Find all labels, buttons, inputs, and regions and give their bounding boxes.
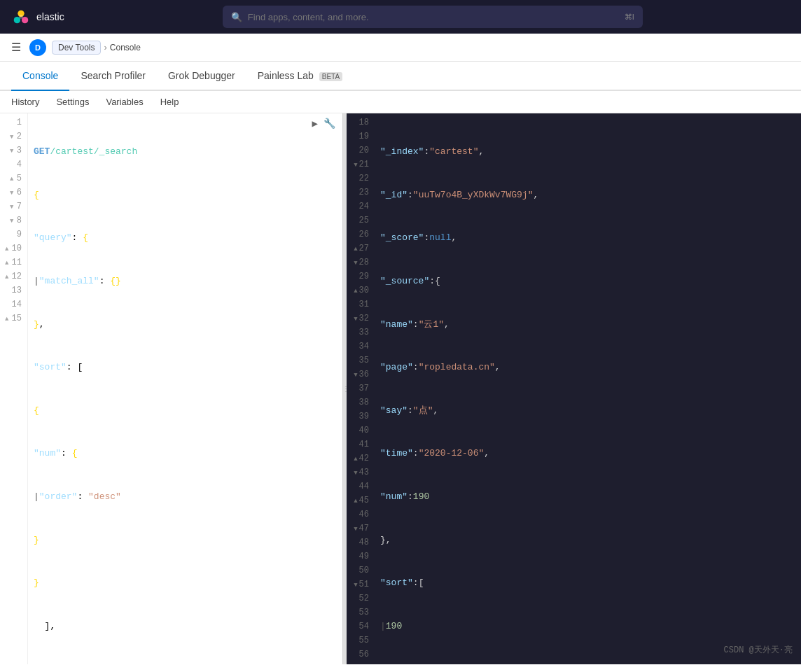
line-num-11: ▲11 <box>3 256 22 270</box>
out-num-18: 18 <box>349 116 369 130</box>
out-line-30: ] <box>380 663 795 664</box>
out-line-20: "_score": null, <box>380 232 795 246</box>
out-line-22: "name": "云1", <box>380 318 795 332</box>
watermark: CSDN @天外天·亮 <box>724 644 793 656</box>
out-line-24: "say": "点", <box>380 404 795 418</box>
line-num-12: ▲12 <box>3 270 22 284</box>
editor-content[interactable]: 1 ▼2 ▼3 4 ▲5 ▼6 ▼7 ▼8 9 ▲10 ▲11 ▲12 13 1… <box>0 113 342 664</box>
main-area: ▶ 🔧 1 ▼2 ▼3 4 ▲5 ▼6 ▼7 ▼8 9 ▲10 ▲11 ▲12 … <box>0 113 801 664</box>
global-search-bar[interactable]: 🔍 ⌘I <box>223 6 643 28</box>
out-line-28: "sort": [ <box>380 577 795 591</box>
wrench-icon[interactable]: 🔧 <box>322 116 337 131</box>
out-num-57: ▲57 <box>349 662 369 664</box>
tab-search-profiler[interactable]: Search Profiler <box>69 62 157 91</box>
code-line-7: { <box>34 404 337 418</box>
global-search-input[interactable] <box>248 12 619 22</box>
out-num-56: 56 <box>349 648 369 662</box>
out-line-25: "time": "2020-12-06", <box>380 447 795 461</box>
out-num-48: 48 <box>349 536 369 550</box>
out-num-34: 34 <box>349 340 369 354</box>
out-line-21: "_source": { <box>380 274 795 288</box>
elastic-logo: elastic <box>11 7 64 27</box>
breadcrumb-arrow-icon: › <box>104 42 106 52</box>
line-num-1: 1 <box>3 116 22 130</box>
out-num-35: 35 <box>349 354 369 368</box>
breadcrumb: Dev Tools › Console <box>52 41 141 55</box>
line-numbers: 1 ▼2 ▼3 4 ▲5 ▼6 ▼7 ▼8 9 ▲10 ▲11 ▲12 13 1… <box>0 113 28 664</box>
code-line-2: { <box>34 188 337 202</box>
beta-badge: BETA <box>319 72 342 81</box>
out-line-18: "_index": "cartest", <box>380 146 795 160</box>
hamburger-button[interactable]: ☰ <box>8 38 24 57</box>
tab-bar: Console Search Profiler Grok Debugger Pa… <box>0 62 801 91</box>
out-num-44: 44 <box>349 480 369 494</box>
line-num-4: 4 <box>3 158 22 172</box>
editor-panel: ▶ 🔧 1 ▼2 ▼3 4 ▲5 ▼6 ▼7 ▼8 9 ▲10 ▲11 ▲12 … <box>0 113 343 664</box>
code-line-4: | "match_all": {} <box>34 274 337 288</box>
code-area[interactable]: GET /cartest/_search { "query": { | "mat… <box>28 113 342 664</box>
code-line-6: "sort": [ <box>34 361 337 375</box>
elastic-text: elastic <box>36 11 64 22</box>
out-num-33: 33 <box>349 326 369 340</box>
history-button[interactable]: History <box>8 95 42 108</box>
out-num-52: 52 <box>349 592 369 606</box>
out-num-53: 53 <box>349 606 369 620</box>
out-num-45: ▲45 <box>349 494 369 508</box>
code-line-8: "num": { <box>34 447 337 461</box>
top-navbar: elastic 🔍 ⌘I <box>0 0 801 34</box>
out-num-24: 24 <box>349 200 369 214</box>
line-num-5: ▲5 <box>3 172 22 186</box>
out-num-54: 54 <box>349 620 369 634</box>
out-num-36: ▼36 <box>349 368 369 382</box>
search-icon: 🔍 <box>231 12 242 22</box>
out-line-23: "page": "ropledata.cn", <box>380 361 795 375</box>
code-line-12: ], <box>34 620 337 634</box>
out-num-42: ▲42 <box>349 452 369 466</box>
out-num-43: ▼43 <box>349 466 369 480</box>
out-num-28: ▼28 <box>349 256 369 270</box>
out-num-21: ▼21 <box>349 158 369 172</box>
line-num-7: ▼7 <box>3 200 22 214</box>
line-num-9: 9 <box>3 228 22 242</box>
out-num-20: 20 <box>349 144 369 158</box>
run-icon[interactable]: ▶ <box>311 116 319 131</box>
code-line-1: GET /cartest/_search <box>34 146 337 160</box>
output-line-numbers: 18 19 20 ▼21 22 23 24 25 26 ▲27 ▼28 29 ▲… <box>347 113 375 664</box>
svg-point-3 <box>19 15 23 19</box>
editor-toolbar-icons: ▶ 🔧 <box>311 116 337 131</box>
out-num-49: 49 <box>349 550 369 564</box>
out-num-32: ▼32 <box>349 312 369 326</box>
breadcrumb-current: Console <box>110 43 141 52</box>
keyboard-hint: ⌘I <box>625 13 634 22</box>
line-num-13: 13 <box>3 284 22 298</box>
out-num-25: 25 <box>349 214 369 228</box>
code-line-10: } <box>34 533 337 547</box>
out-num-40: 40 <box>349 424 369 438</box>
out-num-51: ▼51 <box>349 578 369 592</box>
tab-painless-lab[interactable]: Painless Lab BETA <box>246 62 354 91</box>
line-num-10: ▲10 <box>3 242 22 256</box>
out-num-55: 55 <box>349 634 369 648</box>
tab-console[interactable]: Console <box>11 62 69 91</box>
output-content: 18 19 20 ▼21 22 23 24 25 26 ▲27 ▼28 29 ▲… <box>347 113 801 664</box>
line-num-2: ▼2 <box>3 130 22 144</box>
out-num-50: 50 <box>349 564 369 578</box>
elastic-logo-icon <box>11 7 31 27</box>
help-button[interactable]: Help <box>158 95 182 108</box>
output-panel: 18 19 20 ▼21 22 23 24 25 26 ▲27 ▼28 29 ▲… <box>347 113 801 664</box>
line-num-8: ▼8 <box>3 214 22 228</box>
out-num-30: ▲30 <box>349 284 369 298</box>
out-num-39: 39 <box>349 410 369 424</box>
variables-button[interactable]: Variables <box>103 95 146 108</box>
out-num-26: 26 <box>349 228 369 242</box>
out-num-37: 37 <box>349 382 369 396</box>
line-num-6: ▼6 <box>3 186 22 200</box>
settings-button[interactable]: Settings <box>53 95 92 108</box>
tab-grok-debugger[interactable]: Grok Debugger <box>157 62 246 91</box>
breadcrumb-dev-tools[interactable]: Dev Tools <box>52 41 101 55</box>
out-line-26: "num": 190 <box>380 490 795 504</box>
out-line-29: | 190 <box>380 620 795 634</box>
code-line-9: | "order": "desc" <box>34 490 337 504</box>
second-bar: ☰ D Dev Tools › Console <box>0 34 801 62</box>
out-num-46: 46 <box>349 508 369 522</box>
